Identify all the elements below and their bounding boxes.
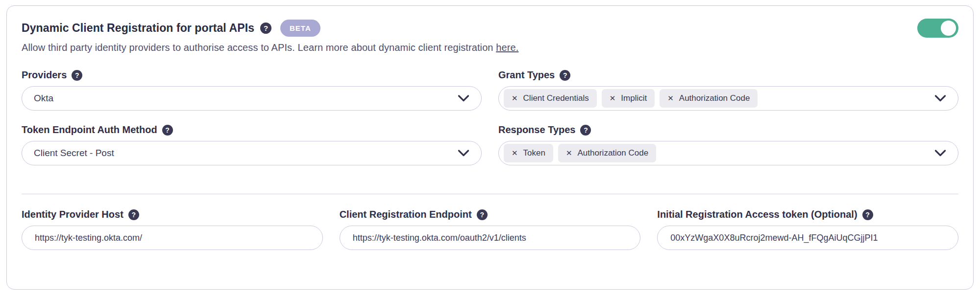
identity-provider-host-input[interactable] — [22, 226, 323, 250]
token-endpoint-auth-method-label: Token Endpoint Auth Method — [22, 124, 157, 136]
field-providers: Providers ? Okta — [22, 69, 482, 111]
tag-label: Authorization Code — [679, 93, 750, 103]
dcr-settings-card: Dynamic Client Registration for portal A… — [6, 5, 974, 290]
token-endpoint-auth-method-value: Client Secret - Post — [34, 148, 114, 159]
endpoint-config-row: Identity Provider Host ? Client Registra… — [22, 209, 958, 250]
chevron-down-icon — [458, 95, 469, 102]
remove-tag-icon[interactable]: ✕ — [512, 94, 518, 103]
description-text: Allow third party identity providers to … — [22, 42, 958, 53]
form-grid: Providers ? Okta Grant Types ? ✕ Client … — [22, 69, 958, 165]
remove-tag-icon[interactable]: ✕ — [512, 149, 518, 158]
providers-help-icon[interactable]: ? — [72, 70, 82, 81]
remove-tag-icon[interactable]: ✕ — [610, 94, 616, 103]
response-types-label: Response Types — [498, 124, 575, 136]
tag-token: ✕ Token — [504, 144, 553, 162]
response-types-multiselect[interactable]: ✕ Token ✕ Authorization Code — [498, 141, 958, 165]
remove-tag-icon[interactable]: ✕ — [566, 149, 572, 158]
response-types-help-icon[interactable]: ? — [580, 125, 591, 136]
title-help-icon[interactable]: ? — [260, 23, 271, 34]
tag-client-credentials: ✕ Client Credentials — [504, 89, 597, 108]
token-endpoint-auth-method-help-icon[interactable]: ? — [162, 125, 173, 136]
tag-label: Authorization Code — [578, 148, 649, 158]
chevron-down-icon — [934, 150, 946, 157]
header: Dynamic Client Registration for portal A… — [22, 19, 958, 38]
providers-select[interactable]: Okta — [22, 86, 482, 111]
tag-authorization-code: ✕ Authorization Code — [558, 144, 656, 162]
chevron-down-icon — [934, 95, 946, 102]
initial-registration-access-token-help-icon[interactable]: ? — [862, 209, 873, 220]
client-registration-endpoint-help-icon[interactable]: ? — [477, 209, 488, 220]
field-client-registration-endpoint: Client Registration Endpoint ? — [340, 209, 641, 250]
tag-label: Client Credentials — [523, 93, 589, 103]
remove-tag-icon[interactable]: ✕ — [667, 94, 674, 103]
grant-types-help-icon[interactable]: ? — [560, 70, 570, 81]
providers-value: Okta — [34, 93, 53, 104]
grant-types-label: Grant Types — [498, 69, 555, 81]
description-body: Allow third party identity providers to … — [22, 42, 493, 53]
identity-provider-host-help-icon[interactable]: ? — [128, 209, 139, 220]
tag-label: Token — [523, 148, 545, 158]
token-endpoint-auth-method-select[interactable]: Client Secret - Post — [22, 141, 482, 165]
initial-registration-access-token-label: Initial Registration Access token (Optio… — [657, 209, 857, 220]
field-token-endpoint-auth-method: Token Endpoint Auth Method ? Client Secr… — [22, 124, 482, 165]
field-initial-registration-access-token: Initial Registration Access token (Optio… — [657, 209, 958, 250]
chevron-down-icon — [458, 150, 469, 157]
page-title: Dynamic Client Registration for portal A… — [22, 22, 254, 35]
learn-more-link[interactable]: here. — [496, 42, 518, 53]
identity-provider-host-label: Identity Provider Host — [22, 209, 123, 220]
dcr-enable-toggle[interactable] — [917, 19, 958, 38]
field-response-types: Response Types ? ✕ Token ✕ Authorization… — [498, 124, 958, 165]
providers-label: Providers — [22, 69, 67, 81]
grant-types-multiselect[interactable]: ✕ Client Credentials ✕ Implicit ✕ Author… — [498, 86, 958, 111]
field-grant-types: Grant Types ? ✕ Client Credentials ✕ Imp… — [498, 69, 958, 111]
client-registration-endpoint-label: Client Registration Endpoint — [340, 209, 472, 220]
tag-authorization-code: ✕ Authorization Code — [660, 89, 758, 108]
client-registration-endpoint-input[interactable] — [340, 226, 641, 250]
tag-label: Implicit — [621, 93, 647, 103]
beta-badge: BETA — [280, 20, 320, 37]
tag-implicit: ✕ Implicit — [602, 89, 655, 108]
toggle-knob — [941, 21, 956, 36]
field-identity-provider-host: Identity Provider Host ? — [22, 209, 323, 250]
initial-registration-access-token-input[interactable] — [657, 226, 958, 250]
section-divider — [22, 194, 958, 194]
